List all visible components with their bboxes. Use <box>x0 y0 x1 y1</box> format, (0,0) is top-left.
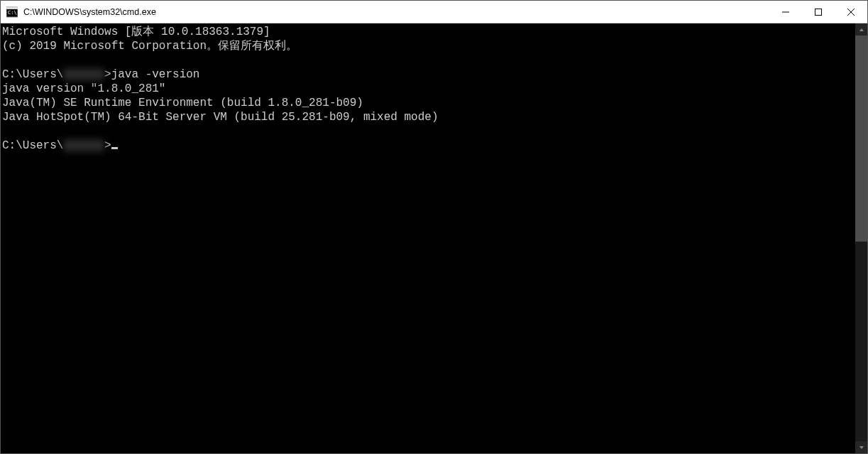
window-controls <box>769 1 867 23</box>
prompt-prefix: C:\Users\ <box>2 68 63 81</box>
maximize-button[interactable] <box>802 1 835 23</box>
terminal-line: C:\Users\xxxxxx>java -version <box>2 67 855 82</box>
terminal-output[interactable]: Microsoft Windows [版本 10.0.18363.1379](c… <box>1 23 855 453</box>
prompt-prefix: C:\Users\ <box>2 139 63 152</box>
svg-rect-4 <box>815 9 822 15</box>
svg-text:C:\: C:\ <box>8 10 17 16</box>
scrollbar-thumb[interactable] <box>855 36 867 242</box>
terminal-line: java version "1.8.0_281" <box>2 82 855 96</box>
terminal-line: Java HotSpot(TM) 64-Bit Server VM (build… <box>2 110 855 124</box>
redacted-username: xxxxxx <box>63 67 104 82</box>
terminal-blank <box>2 124 855 139</box>
scrollbar-up-arrow-icon[interactable] <box>855 23 867 36</box>
vertical-scrollbar[interactable] <box>855 23 867 453</box>
redacted-username: xxxxxx <box>63 139 104 153</box>
cursor <box>111 147 118 149</box>
terminal-line: (c) 2019 Microsoft Corporation。保留所有权利。 <box>2 39 855 53</box>
prompt-suffix: > <box>104 139 111 152</box>
close-button[interactable] <box>835 1 867 23</box>
titlebar[interactable]: C:\ C:\WINDOWS\system32\cmd.exe <box>1 1 867 23</box>
scrollbar-down-arrow-icon[interactable] <box>855 441 867 453</box>
svg-rect-1 <box>6 7 18 9</box>
cmd-icon: C:\ <box>6 6 18 18</box>
window-title: C:\WINDOWS\system32\cmd.exe <box>23 7 156 17</box>
terminal-blank <box>2 53 855 67</box>
scrollbar-track[interactable] <box>855 36 867 441</box>
minimize-button[interactable] <box>769 1 802 23</box>
terminal-line: Microsoft Windows [版本 10.0.18363.1379] <box>2 25 855 39</box>
terminal-line: Java(TM) SE Runtime Environment (build 1… <box>2 96 855 110</box>
terminal-line: C:\Users\xxxxxx> <box>2 139 855 153</box>
prompt-suffix: > <box>104 68 111 81</box>
command-text: java -version <box>111 68 200 81</box>
client-area: Microsoft Windows [版本 10.0.18363.1379](c… <box>1 23 867 453</box>
